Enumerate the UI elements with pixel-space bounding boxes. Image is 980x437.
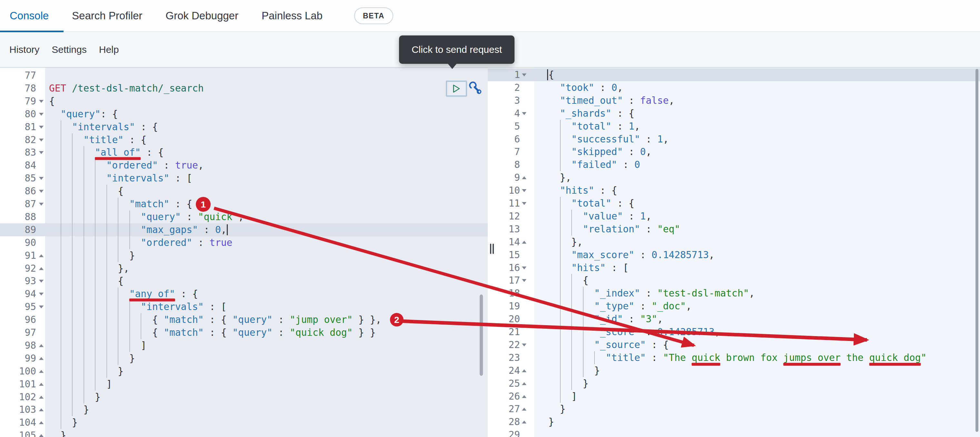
menu-item-settings[interactable]: Settings [52,44,86,55]
line-number: 84 [0,159,36,172]
menu-item-history[interactable]: History [10,44,39,55]
code-line-97: 97 { "match" : { "query" : "quick dog" }… [0,326,488,339]
fold-close-icon[interactable] [522,421,527,423]
code-text: "intervals" : [ [49,300,227,313]
fold-open-icon[interactable] [522,266,527,269]
fold-close-icon[interactable] [39,357,43,360]
fold-open-icon[interactable] [39,126,43,128]
code-line-8: 8 "failed" : 0 [488,158,980,171]
line-number: 99 [0,352,36,365]
code-line-17: 17 { [488,274,980,287]
code-text: } [49,403,89,416]
code-text: "intervals" : [ [49,172,192,185]
line-number: 6 [488,133,520,146]
tab-painless-lab[interactable]: Painless Lab [262,10,323,22]
code-line-85: 85 "intervals" : [ [0,172,488,185]
line-number: 86 [0,185,36,198]
code-text: }, [548,236,583,249]
response-editor-scrollbar[interactable] [975,69,978,432]
fold-close-icon[interactable] [522,408,527,410]
code-line-98: 98 ] [0,339,488,352]
fold-open-icon[interactable] [39,293,43,296]
code-text: "all_of" : { [49,146,164,159]
line-number: 77 [0,69,36,82]
fold-open-icon[interactable] [522,189,527,192]
code-line-10: 10 "hits" : { [488,184,980,197]
tab-grok-debugger[interactable]: Grok Debugger [165,10,239,22]
code-line-101: 101 ] [0,378,488,391]
fold-close-icon[interactable] [39,383,43,386]
tab-console[interactable]: Console [10,10,49,22]
panel-resizer-handle[interactable] [493,244,494,254]
fold-open-icon[interactable] [39,177,43,180]
fold-open-icon[interactable] [522,279,527,282]
response-editor[interactable]: 1{2 "took" : 0,3 "timed_out" : false,4 "… [488,68,980,437]
line-number: 27 [488,402,520,415]
fold-close-icon[interactable] [39,396,43,399]
console-menu-items: HistorySettingsHelp [10,32,119,67]
code-line-16: 16 "hits" : [ [488,261,980,274]
tooltip-text: Click to send request [412,44,502,55]
code-text: "query": { [49,108,118,120]
fold-open-icon[interactable] [522,344,527,347]
code-text: } [49,249,135,262]
line-number: 25 [488,377,520,390]
fold-open-icon[interactable] [39,151,43,154]
code-line-83: 83 "all_of" : { [0,146,488,159]
code-line-103: 103 } [0,403,488,416]
fold-open-icon[interactable] [39,139,43,141]
fold-open-icon[interactable] [39,100,43,103]
code-line-105: 105 } [0,429,488,437]
line-number: 80 [0,108,36,120]
code-line-88: 88 "query" : "quick", [0,211,488,223]
request-editor[interactable]: 7778GET /test-dsl-match/_search79{80 "qu… [0,68,488,437]
fold-close-icon[interactable] [39,267,43,270]
fold-close-icon[interactable] [39,254,43,257]
code-line-91: 91 } [0,249,488,262]
line-number: 89 [0,223,36,236]
fold-close-icon[interactable] [39,421,43,424]
line-number: 100 [0,365,36,378]
code-text: "successful" : 1, [548,133,669,146]
fold-close-icon[interactable] [522,176,527,179]
code-text: } [548,402,565,415]
tooltip-caret [447,63,457,69]
fold-close-icon[interactable] [522,241,527,244]
fold-open-icon[interactable] [522,73,527,76]
fold-close-icon[interactable] [39,408,43,411]
code-line-24: 24 } [488,364,980,377]
fold-close-icon[interactable] [39,344,43,347]
fold-close-icon[interactable] [522,369,527,372]
code-line-23: 23 "title" : "The quick brown fox jumps … [488,351,980,364]
fold-open-icon[interactable] [522,112,527,115]
fold-close-icon[interactable] [39,434,43,437]
tab-search-profiler[interactable]: Search Profiler [72,10,142,22]
line-number: 81 [0,120,36,133]
fold-open-icon[interactable] [39,306,43,309]
fold-close-icon[interactable] [39,370,43,373]
fold-close-icon[interactable] [522,382,527,385]
beta-badge: BETA [354,8,393,24]
fold-open-icon[interactable] [39,203,43,206]
line-number: 16 [488,261,520,274]
code-text: "took" : 0, [548,81,623,94]
code-text: { [49,185,124,198]
code-line-80: 80 "query": { [0,108,488,120]
fold-open-icon[interactable] [39,280,43,283]
code-line-27: 27 } [488,402,980,415]
fold-open-icon[interactable] [522,202,527,205]
code-line-104: 104 } [0,416,488,429]
line-number: 90 [0,236,36,249]
fold-open-icon[interactable] [39,113,43,116]
fold-close-icon[interactable] [522,395,527,398]
fold-open-icon[interactable] [39,190,43,193]
request-options-button[interactable] [468,81,482,96]
line-number: 96 [0,313,36,326]
panel-resizer-handle[interactable] [490,244,491,254]
code-text: ] [548,390,577,403]
code-text: "hits" : [ [548,261,629,274]
menu-item-help[interactable]: Help [99,44,119,55]
send-request-button[interactable] [446,81,467,97]
request-editor-scrollbar[interactable] [480,294,483,376]
code-line-29: 29 [488,428,980,437]
